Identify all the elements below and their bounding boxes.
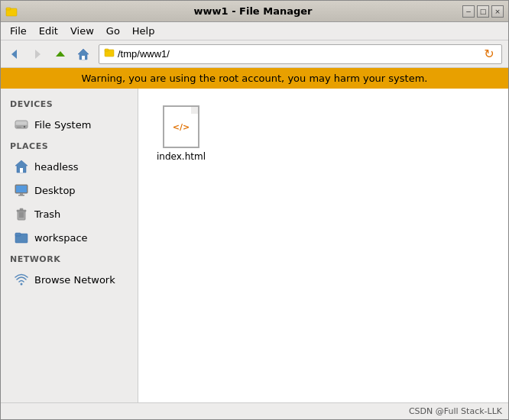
sidebar-item-filesystem[interactable]: File System [4, 113, 135, 136]
menubar: File Edit View Go Help [1, 22, 508, 40]
svg-rect-26 [15, 233, 21, 236]
up-icon [53, 47, 67, 61]
file-item-index-html[interactable]: </> index.html [151, 101, 212, 166]
svg-rect-17 [20, 193, 23, 195]
sidebar-item-trash[interactable]: Trash [4, 202, 135, 225]
titlebar-left [5, 5, 44, 18]
svg-rect-21 [20, 208, 23, 210]
sidebar-item-desktop-label: Desktop [34, 185, 76, 196]
svg-rect-14 [20, 168, 23, 173]
content-area: DEVICES File System PLACES [1, 89, 508, 402]
sidebar-item-headless[interactable]: headless [4, 155, 135, 178]
headless-home-icon [13, 158, 30, 175]
titlebar-title: www1 - File Manager [44, 5, 462, 17]
svg-rect-10 [15, 125, 28, 128]
svg-rect-20 [17, 210, 26, 212]
places-header: PLACES [1, 137, 138, 154]
window-icon [5, 5, 18, 18]
html-file-icon-text: </> [173, 122, 190, 132]
devices-header: DEVICES [1, 95, 138, 112]
trash-icon [13, 205, 30, 222]
forward-button[interactable] [27, 44, 48, 65]
svg-rect-1 [6, 8, 11, 10]
forward-icon [31, 47, 44, 61]
close-button[interactable]: × [491, 5, 504, 18]
sidebar-item-browse-network[interactable]: Browse Network [4, 268, 135, 291]
sidebar-item-browse-network-label: Browse Network [34, 274, 115, 286]
sidebar: DEVICES File System PLACES [1, 89, 138, 402]
up-button[interactable] [50, 44, 71, 65]
address-folder-icon [104, 47, 115, 60]
statusbar-text: CSDN @Full Stack-LLK [409, 406, 502, 416]
svg-point-11 [24, 126, 25, 128]
minimize-button[interactable]: − [462, 5, 475, 18]
svg-rect-12 [17, 127, 21, 128]
workspace-folder-icon [13, 229, 30, 246]
statusbar: CSDN @Full Stack-LLK [1, 402, 508, 419]
svg-rect-6 [82, 56, 85, 60]
html-file-icon: </> [163, 105, 199, 148]
warning-banner: Warning, you are using the root account,… [1, 68, 508, 89]
menu-view[interactable]: View [64, 24, 100, 38]
desktop-icon [13, 182, 30, 199]
sidebar-item-headless-label: headless [34, 161, 79, 173]
svg-marker-4 [56, 51, 65, 57]
network-header: NETWORK [1, 250, 138, 267]
file-name-index-html: index.html [157, 151, 206, 162]
titlebar: www1 - File Manager − □ × [1, 1, 508, 22]
sidebar-item-workspace[interactable]: workspace [4, 226, 135, 249]
svg-marker-3 [35, 50, 41, 59]
sidebar-item-desktop[interactable]: Desktop [4, 179, 135, 202]
titlebar-buttons: − □ × [462, 5, 504, 18]
refresh-button[interactable]: ↻ [481, 47, 497, 62]
menu-go[interactable]: Go [100, 24, 126, 38]
maximize-button[interactable]: □ [477, 5, 489, 18]
home-button[interactable] [73, 44, 94, 65]
file-area: </> index.html [138, 89, 508, 402]
svg-rect-16 [16, 186, 27, 192]
sidebar-item-trash-label: Trash [34, 208, 60, 220]
toolbar: ↻ [1, 40, 508, 68]
sidebar-item-workspace-label: workspace [34, 232, 88, 244]
svg-rect-8 [105, 49, 109, 51]
warning-text: Warning, you are using the root account,… [82, 73, 428, 84]
home-icon [76, 47, 90, 61]
menu-help[interactable]: Help [126, 24, 161, 38]
back-button[interactable] [4, 44, 25, 65]
svg-rect-18 [18, 195, 24, 196]
address-input[interactable] [118, 48, 481, 60]
hdd-icon [13, 116, 30, 133]
sidebar-item-filesystem-label: File System [34, 119, 91, 131]
file-manager-window: www1 - File Manager − □ × File Edit View… [0, 0, 509, 420]
menu-edit[interactable]: Edit [33, 24, 64, 38]
address-bar: ↻ [99, 44, 502, 64]
svg-marker-2 [11, 50, 17, 59]
network-icon [13, 271, 30, 288]
back-icon [8, 47, 21, 61]
svg-point-27 [21, 283, 23, 286]
menu-file[interactable]: File [4, 24, 33, 38]
